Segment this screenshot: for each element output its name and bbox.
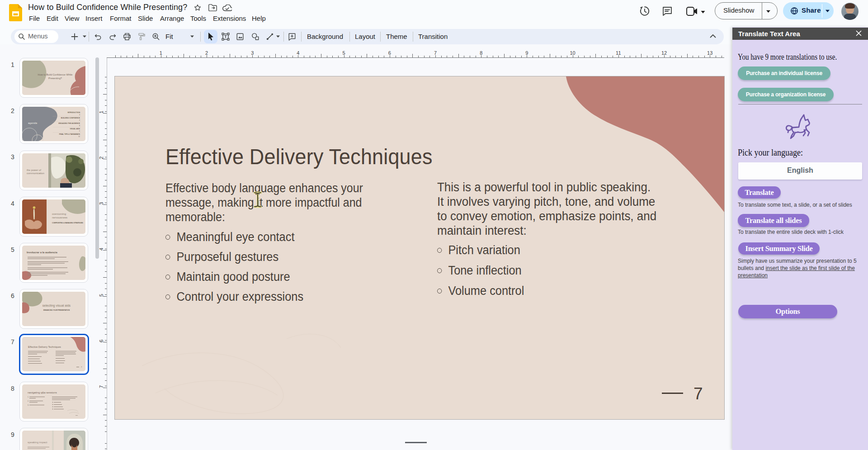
svg-text:agenda: agenda xyxy=(28,122,38,124)
svg-text:3.: 3. xyxy=(28,404,29,406)
svg-text:VISUAL AIDS: VISUAL AIDS xyxy=(70,128,80,130)
svg-text:overcoming: overcoming xyxy=(52,213,66,215)
svg-text:communication: communication xyxy=(27,172,44,175)
svg-text:12: 12 xyxy=(78,136,80,137)
svg-text:BUILDING CONFIDENCE: BUILDING CONFIDENCE xyxy=(61,117,80,119)
svg-text:FINAL TIPS & TAKEAWAYS: FINAL TIPS & TAKEAWAYS xyxy=(59,133,80,135)
svg-text:Involucrar a la audiencia: Involucrar a la audiencia xyxy=(27,251,57,254)
svg-text:INTRODUCTION: INTRODUCTION xyxy=(67,112,80,114)
svg-text:CONFRONTING & MANAGING STRATEG: CONFRONTING & MANAGING STRATEGIES xyxy=(52,222,84,224)
svg-text:nervousness: nervousness xyxy=(52,216,67,219)
svg-text:1.: 1. xyxy=(28,396,29,398)
svg-text:the power of: the power of xyxy=(27,169,41,171)
svg-text:Presenting?: Presenting? xyxy=(48,77,62,80)
svg-text:8: 8 xyxy=(79,125,80,127)
svg-text:Effective Delivery Techniques: Effective Delivery Techniques xyxy=(28,346,61,348)
svg-text:2.: 2. xyxy=(28,400,29,402)
svg-text:speaking impact: speaking impact xyxy=(28,441,47,444)
svg-text:3: 3 xyxy=(79,114,80,116)
svg-text:navigating q&a sessions: navigating q&a sessions xyxy=(28,391,57,394)
svg-text:9: 9 xyxy=(79,130,80,132)
svg-text:selecting visual aids: selecting visual aids xyxy=(42,304,71,308)
svg-text:4: 4 xyxy=(79,119,80,121)
svg-text:ENHANCING YOUR PRESENTATION: ENHANCING YOUR PRESENTATION xyxy=(43,309,70,311)
svg-text:ENGAGING THE AUDIENCE: ENGAGING THE AUDIENCE xyxy=(59,123,80,124)
svg-text:7: 7 xyxy=(81,366,82,368)
svg-text:How to Build Confidence While: How to Build Confidence While xyxy=(38,73,73,76)
